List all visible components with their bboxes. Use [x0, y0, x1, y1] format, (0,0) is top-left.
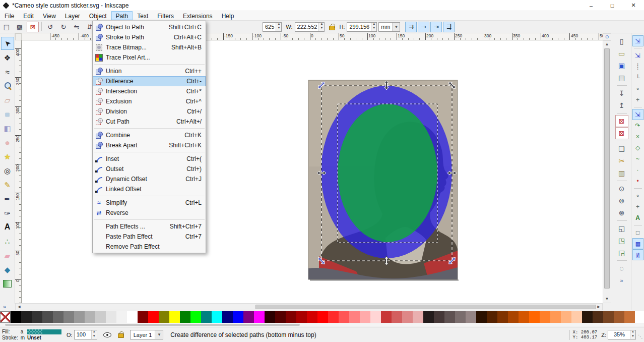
menu-item[interactable]: Outset Ctrl+) — [93, 164, 206, 174]
chevron-down-icon[interactable]: ▼ — [392, 23, 400, 31]
zoom-on-resize-toggle[interactable]: ⊙ — [603, 33, 611, 40]
palette-swatch[interactable] — [243, 311, 254, 323]
palette-swatch[interactable] — [434, 311, 444, 323]
palette-swatch[interactable] — [466, 311, 476, 323]
palette-swatch[interactable] — [21, 311, 32, 323]
snap-bbox-edge-midpoints-toggle[interactable]: ∘ — [632, 83, 643, 94]
menu-item[interactable]: Break Apart Shift+Ctrl+K — [93, 140, 206, 150]
snap-others-toggle[interactable]: • — [632, 176, 643, 187]
palette-swatch[interactable] — [148, 311, 159, 323]
scroll-down-icon[interactable]: ▼ — [603, 296, 611, 303]
calligraphy-tool[interactable]: ✑ — [1, 206, 14, 219]
opacity-spinner[interactable]: 100 ▲▼ — [74, 330, 97, 339]
menu-item[interactable]: Stroke to Path Ctrl+Alt+C — [93, 32, 206, 42]
print-button[interactable]: ▤ — [615, 72, 628, 84]
snap-page-border-toggle[interactable]: □ — [632, 227, 643, 238]
palette-swatch[interactable] — [85, 311, 95, 323]
scroll-left-icon[interactable]: ◄ — [16, 304, 23, 310]
snap-guides-toggle[interactable]: |/| — [632, 249, 643, 260]
snap-midpoints-toggle[interactable]: · — [632, 164, 643, 176]
toolbox-overflow[interactable]: » — [3, 304, 6, 310]
palette-swatch[interactable] — [550, 311, 561, 323]
menu-item[interactable]: Paste Path Effect Ctrl+7 — [93, 232, 206, 242]
scale-stroke-toggle[interactable]: ⇉ — [405, 22, 417, 32]
palette-swatch[interactable] — [614, 311, 624, 323]
snap-path-intersections-toggle[interactable]: × — [632, 131, 643, 142]
palette-swatch[interactable] — [487, 311, 497, 323]
palette-swatch[interactable] — [317, 311, 328, 323]
tweak-tool[interactable]: ≈ — [1, 65, 14, 78]
deselect-button[interactable]: ⊠ — [27, 22, 39, 32]
zoom-drawing-button[interactable]: ⊚ — [615, 195, 628, 207]
palette-swatch[interactable] — [212, 311, 222, 323]
fill-swatch[interactable] — [27, 329, 61, 334]
palette-swatch[interactable] — [561, 311, 571, 323]
pencil-tool[interactable]: ✎ — [1, 178, 14, 191]
gradient-tool[interactable] — [1, 277, 14, 290]
menubar-item[interactable]: Help — [217, 11, 239, 20]
palette-swatch[interactable] — [593, 311, 603, 323]
menu-item[interactable]: Union Ctrl++ — [93, 66, 206, 76]
rectangle-tool[interactable]: ■ — [1, 107, 14, 121]
palette-swatch[interactable] — [159, 311, 169, 323]
horizontal-scrollbar[interactable]: ◄ ► — [15, 303, 603, 310]
palette-swatch[interactable] — [603, 311, 614, 323]
scale-corners-toggle[interactable]: ⇢ — [418, 22, 429, 32]
import-button[interactable]: ↧ — [615, 87, 628, 99]
snap-bbox-edges-toggle[interactable]: ┊ — [632, 61, 643, 72]
palette-scrollbar[interactable] — [0, 323, 644, 326]
palette-swatch[interactable] — [571, 311, 582, 323]
snap-bbox-toggle[interactable]: ⇲ — [632, 50, 643, 61]
snap-nodes-toggle[interactable]: ⇲ — [632, 109, 643, 120]
palette-swatch[interactable] — [370, 311, 381, 323]
palette-swatch[interactable] — [360, 311, 370, 323]
palette-swatch[interactable] — [286, 311, 296, 323]
horizontal-scroll-thumb[interactable] — [255, 305, 596, 309]
move-patterns-toggle[interactable]: ⇶ — [443, 22, 455, 32]
palette-swatch[interactable] — [265, 311, 275, 323]
redo-button[interactable]: ⊠ — [615, 127, 628, 139]
palette-swatch[interactable] — [444, 311, 455, 323]
menubar-item[interactable]: Extensions — [178, 11, 217, 20]
snap-rotation-centers-toggle[interactable]: + — [632, 201, 643, 212]
menu-item[interactable]: Exclusion Ctrl+^ — [93, 96, 206, 106]
spiral-tool[interactable]: ◎ — [1, 164, 14, 177]
palette-swatch[interactable] — [169, 311, 180, 323]
palette-swatch[interactable] — [529, 311, 540, 323]
palette-swatch[interactable] — [106, 311, 116, 323]
palette-swatch[interactable] — [349, 311, 360, 323]
palette-swatch[interactable] — [339, 311, 349, 323]
menubar-item[interactable]: Text — [133, 11, 153, 20]
palette-swatch[interactable] — [127, 311, 138, 323]
palette-swatch[interactable] — [42, 311, 53, 323]
palette-swatch[interactable] — [63, 311, 74, 323]
palette-swatch[interactable] — [423, 311, 434, 323]
menu-item[interactable]: Division Ctrl+/ — [93, 106, 206, 117]
palette-swatch[interactable] — [392, 311, 402, 323]
box3d-tool[interactable]: ◧ — [1, 122, 14, 135]
palette-swatch[interactable] — [455, 311, 466, 323]
menu-item[interactable]: Trace Pixel Art... — [93, 52, 206, 63]
palette-swatch[interactable] — [138, 311, 148, 323]
menubar-item[interactable]: Path — [111, 11, 133, 20]
snap-grids-toggle[interactable]: ▦ — [632, 238, 643, 249]
paste-button[interactable]: ▥ — [615, 167, 628, 179]
palette-swatch[interactable] — [296, 311, 307, 323]
menu-item[interactable]: Object to Path Shift+Ctrl+C — [93, 22, 206, 32]
duplicate-button[interactable]: ◱ — [615, 222, 628, 235]
palette-swatch[interactable] — [32, 311, 42, 323]
minimize-button[interactable]: – — [581, 0, 602, 11]
vertical-ruler[interactable]: 400350300250200150100500 — [15, 40, 22, 303]
copy-button[interactable]: ❏ — [615, 143, 628, 155]
palette-swatch[interactable] — [222, 311, 233, 323]
palette-swatch[interactable] — [413, 311, 423, 323]
palette-swatch[interactable] — [519, 311, 529, 323]
layer-select[interactable]: Layer 1 ▼ — [130, 330, 164, 339]
menu-item[interactable]: Combine Ctrl+K — [93, 130, 206, 140]
unlink-clone-button[interactable]: ◲ — [615, 247, 628, 259]
edit-paste-in-place-icon[interactable]: ▤ — [1, 22, 13, 32]
zoom-spinner[interactable]: 35% ▲▼ — [608, 330, 636, 339]
snap-text-baseline-toggle[interactable]: A — [632, 212, 643, 223]
palette-swatch[interactable] — [233, 311, 243, 323]
palette-swatch[interactable] — [582, 311, 593, 323]
